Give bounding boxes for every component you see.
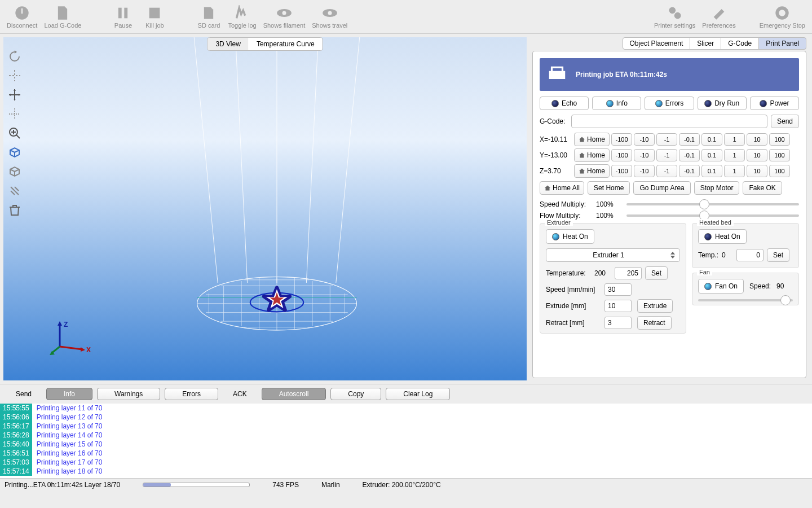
step-button[interactable]: -1 [656, 149, 677, 161]
step-button[interactable]: -0.1 [679, 133, 700, 146]
home-all-button[interactable]: Home All [540, 181, 584, 195]
flow-multiply-value: 100% [596, 212, 622, 220]
front-view-icon[interactable] [7, 164, 23, 179]
toggle-errors[interactable]: Errors [645, 97, 694, 110]
step-button[interactable]: 10 [747, 165, 767, 177]
move-view-icon[interactable] [7, 87, 23, 103]
step-button[interactable]: -10 [634, 165, 655, 177]
extrude-speed-input[interactable] [604, 283, 632, 296]
bed-temp-input[interactable] [736, 249, 764, 261]
printer-settings-button[interactable]: Printer settings [651, 4, 699, 30]
step-button[interactable]: 10 [747, 133, 767, 146]
heated-bed-panel: Heated bed Heat On Temp.: 0 Set [692, 223, 799, 268]
filter-info[interactable]: Info [46, 388, 92, 400]
flow-multiply-slider[interactable] [626, 214, 799, 217]
tab-object-placement[interactable]: Object Placement [623, 37, 691, 50]
retract-mm-input[interactable] [604, 317, 632, 329]
home-axis-0-button[interactable]: Home [574, 133, 610, 146]
step-button[interactable]: 1 [724, 149, 745, 161]
step-button[interactable]: 0.1 [701, 133, 722, 146]
toggle-log-button[interactable]: Toggle log [224, 4, 259, 30]
copy-log-button[interactable]: Copy [330, 388, 381, 400]
home-axis-2-button[interactable]: Home [574, 164, 610, 178]
shows-filament-button[interactable]: Shows filament [260, 4, 309, 30]
step-button[interactable]: -100 [611, 149, 632, 161]
step-button[interactable]: -1 [656, 165, 677, 177]
filter-ack[interactable]: ACK [223, 390, 257, 398]
tab-3d-view[interactable]: 3D View [208, 38, 248, 50]
filter-send[interactable]: Send [6, 390, 42, 398]
speed-multiply-slider[interactable] [626, 203, 799, 205]
set-home-button[interactable]: Set Home [588, 181, 630, 195]
log-output[interactable]: 15:55:55Printing layer 11 of 7015:56:06P… [0, 404, 812, 478]
3d-viewport[interactable]: Z X [3, 37, 527, 380]
preferences-button[interactable]: Preferences [699, 4, 739, 30]
stop-motor-button[interactable]: Stop Motor [694, 181, 740, 195]
temperature-set-button[interactable]: Set [645, 266, 668, 280]
iso-view-icon[interactable] [7, 144, 23, 160]
trash-icon[interactable] [7, 202, 23, 218]
rotate-icon[interactable] [7, 106, 23, 122]
gcode-label: G-Code: [540, 117, 568, 125]
clear-log-button[interactable]: Clear Log [386, 388, 450, 400]
step-button[interactable]: -0.1 [679, 165, 700, 177]
temperature-current: 200 [594, 269, 611, 277]
emergency-stop-button[interactable]: Emergency Stop [756, 4, 809, 30]
shows-travel-button[interactable]: Shows travel [308, 4, 351, 30]
step-button[interactable]: -10 [634, 149, 655, 161]
tab-temperature-curve[interactable]: Temperature Curve [249, 38, 323, 50]
step-button[interactable]: 0.1 [701, 165, 722, 177]
fan-speed-slider[interactable] [698, 299, 793, 301]
toggle-dry-run[interactable]: Dry Run [698, 97, 747, 110]
step-button[interactable]: 100 [769, 133, 790, 146]
svg-point-10 [674, 12, 681, 19]
step-button[interactable]: -0.1 [679, 149, 700, 161]
tab-slicer[interactable]: Slicer [690, 37, 721, 50]
gcode-input[interactable] [571, 115, 767, 128]
home-axis-1-button[interactable]: Home [574, 148, 610, 162]
toggle-info[interactable]: Info [592, 97, 641, 110]
toggle-power[interactable]: Power [750, 97, 799, 110]
extruder-heat-on-button[interactable]: Heat On [546, 229, 594, 244]
filter-errors[interactable]: Errors [165, 388, 218, 400]
reset-view-icon[interactable] [7, 49, 23, 64]
filter-autoscroll[interactable]: Autoscroll [262, 388, 326, 400]
fan-on-button[interactable]: Fan On [698, 279, 744, 294]
step-button[interactable]: -10 [634, 133, 655, 146]
fake-ok-button[interactable]: Fake OK [743, 181, 782, 195]
sd-card-button[interactable]: SD card [193, 4, 224, 30]
zoom-icon[interactable] [7, 125, 23, 141]
toggle-echo[interactable]: Echo [540, 97, 589, 110]
step-button[interactable]: 100 [769, 149, 790, 161]
go-dump-button[interactable]: Go Dump Area [633, 181, 690, 195]
bed-heat-on-button[interactable]: Heat On [698, 229, 747, 244]
retract-button[interactable]: Retract [637, 316, 672, 330]
step-button[interactable]: -100 [611, 165, 632, 177]
extrude-mm-input[interactable] [604, 300, 632, 312]
kill-job-button[interactable]: Kill job [139, 4, 170, 30]
extruder-select[interactable]: Extruder 1 [546, 248, 680, 262]
disconnect-button[interactable]: Disconnect [3, 4, 41, 30]
pause-button[interactable]: Pause [107, 4, 139, 30]
svg-line-41 [60, 347, 82, 349]
extrude-button[interactable]: Extrude [637, 299, 673, 313]
move-obj-icon[interactable] [7, 68, 23, 84]
led-icon [704, 100, 712, 107]
tab-print-panel[interactable]: Print Panel [758, 37, 806, 50]
tab-gcode[interactable]: G-Code [721, 37, 759, 50]
step-button[interactable]: -100 [611, 133, 632, 146]
parallel-icon[interactable] [7, 183, 23, 199]
step-button[interactable]: 10 [747, 149, 767, 161]
step-button[interactable]: 1 [724, 165, 745, 177]
step-button[interactable]: 1 [724, 133, 745, 146]
step-button[interactable]: -1 [656, 133, 677, 146]
bed-temp-set-button[interactable]: Set [767, 248, 789, 262]
temperature-set-input[interactable] [615, 267, 642, 279]
send-gcode-button[interactable]: Send [771, 115, 799, 128]
load-gcode-button[interactable]: Load G-Code [41, 4, 85, 30]
log-timestamp: 15:56:06 [0, 413, 32, 422]
step-button[interactable]: 100 [769, 165, 790, 177]
step-button[interactable]: 0.1 [701, 149, 722, 161]
filter-warnings[interactable]: Warnings [97, 388, 160, 400]
led-icon [704, 233, 712, 240]
